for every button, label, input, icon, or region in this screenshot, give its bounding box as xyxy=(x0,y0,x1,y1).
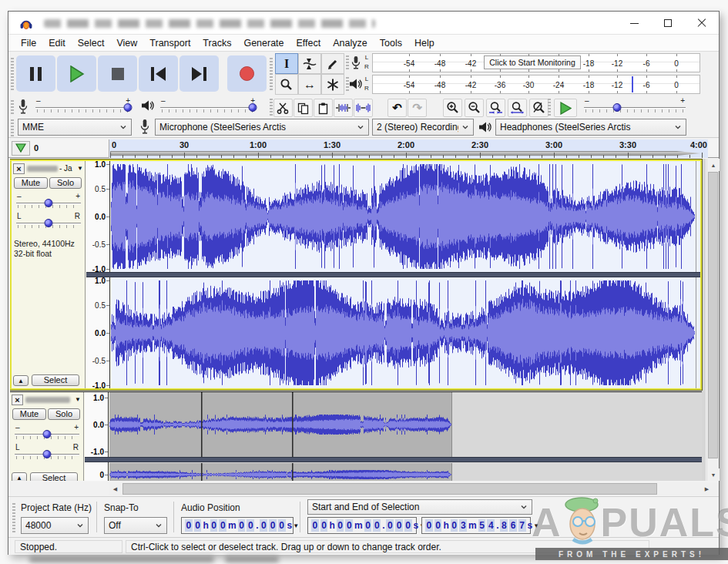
slider-thumb[interactable] xyxy=(613,103,622,112)
menu-select[interactable]: Select xyxy=(72,36,111,50)
fit-project-button[interactable] xyxy=(508,99,527,117)
maximize-button[interactable] xyxy=(651,12,685,35)
pan-slider[interactable]: L R xyxy=(14,444,80,462)
track-1[interactable]: × - Ja ▼ Mute Solo – + L R xyxy=(10,159,702,390)
select-track-button[interactable]: Select xyxy=(30,472,78,481)
toolbar-grip[interactable] xyxy=(270,58,273,90)
zoom-toggle-button[interactable] xyxy=(529,99,549,117)
collapse-track-button[interactable]: ▲ xyxy=(13,375,29,386)
silence-audio-button[interactable] xyxy=(354,99,373,117)
trim-audio-button[interactable] xyxy=(334,99,353,117)
minimize-button[interactable] xyxy=(617,12,651,35)
menu-tools[interactable]: Tools xyxy=(374,36,408,50)
play-region-bar[interactable] xyxy=(110,151,700,156)
scroll-up-button[interactable]: ▲ xyxy=(707,159,720,171)
copy-button[interactable] xyxy=(294,99,313,117)
zoom-tool-button[interactable] xyxy=(275,74,298,95)
scroll-left-button[interactable]: ◀ xyxy=(109,482,122,495)
recording-volume-slider[interactable]: – + xyxy=(35,97,132,116)
cut-button[interactable] xyxy=(273,99,293,117)
undo-button[interactable]: ↶ xyxy=(387,99,407,117)
mute-button[interactable]: Mute xyxy=(14,177,48,189)
pause-button[interactable] xyxy=(16,55,55,92)
slider-thumb[interactable] xyxy=(45,199,53,207)
play-speed-slider[interactable]: – + xyxy=(583,97,686,116)
fit-selection-button[interactable] xyxy=(486,99,505,117)
playback-volume-slider[interactable]: – + xyxy=(159,97,257,116)
channel-divider[interactable] xyxy=(86,272,700,277)
audio-position-field[interactable]: 00h00m00.000s▼ xyxy=(181,517,294,534)
recording-channels-select[interactable]: 2 (Stereo) Recording Cha xyxy=(372,119,474,136)
selection-mode-select[interactable]: Start and End of Selection xyxy=(307,499,532,515)
slider-thumb[interactable] xyxy=(45,219,53,227)
time-shift-tool-button[interactable]: ↔ xyxy=(298,74,321,95)
vertical-scroll-thumb[interactable] xyxy=(708,172,718,458)
menu-tracks[interactable]: Tracks xyxy=(196,36,237,50)
track-1-name-redacted[interactable] xyxy=(27,166,58,172)
menu-effect[interactable]: Effect xyxy=(290,36,327,50)
close-track-button[interactable]: × xyxy=(12,394,23,405)
track-2-name-redacted[interactable] xyxy=(25,397,70,403)
scroll-down-button[interactable]: ▼ xyxy=(707,468,720,481)
menu-help[interactable]: Help xyxy=(408,36,441,50)
paste-button[interactable] xyxy=(314,99,333,117)
timefield-dropdown-icon[interactable]: ▼ xyxy=(533,522,539,529)
mute-button[interactable]: Mute xyxy=(12,408,46,420)
multi-tool-button[interactable] xyxy=(321,74,344,95)
toolbar-grip[interactable] xyxy=(12,503,15,532)
track-2[interactable]: × ▼ Mute Solo – + L R xyxy=(10,391,702,481)
draw-tool-button[interactable] xyxy=(321,53,344,74)
slider-thumb[interactable] xyxy=(123,103,132,112)
zoom-in-button[interactable] xyxy=(443,99,462,117)
menu-file[interactable]: File xyxy=(15,36,42,50)
playback-device-select[interactable]: Headphones (SteelSeries Arctis xyxy=(495,119,686,136)
close-track-button[interactable]: × xyxy=(13,163,25,174)
skip-to-end-button[interactable] xyxy=(179,55,219,92)
project-rate-select[interactable]: 48000 xyxy=(21,517,89,534)
timefield-dropdown-icon[interactable]: ▼ xyxy=(293,522,299,529)
waveform-canvas-track1-right[interactable] xyxy=(111,277,701,388)
selection-end-field[interactable]: 00h03m54.867s▼ xyxy=(421,517,531,534)
waveform-canvas-track2-left[interactable] xyxy=(109,392,699,457)
recording-device-select[interactable]: Microphone (SteelSeries Arctis xyxy=(155,119,369,136)
track-menu-arrow-icon[interactable]: ▼ xyxy=(77,165,83,172)
track-menu-arrow-icon[interactable]: ▼ xyxy=(75,396,81,403)
playback-meter-scale[interactable]: -54-48-42-36-30-24-18-12-60 xyxy=(372,75,700,94)
track-2-control-panel[interactable]: × ▼ Mute Solo – + L R xyxy=(10,392,84,481)
solo-button[interactable]: Solo xyxy=(48,408,80,420)
toolbar-grip[interactable] xyxy=(11,119,14,136)
horizontal-scrollbar[interactable]: ◀ ▶ xyxy=(10,482,719,495)
track-1-name-suffix[interactable]: - Ja xyxy=(59,164,72,173)
gain-slider[interactable]: – + xyxy=(15,193,82,211)
zoom-out-button[interactable] xyxy=(465,99,484,117)
play-button[interactable] xyxy=(57,55,96,92)
timeline-ruler[interactable]: 0301:001:302:002:303:003:304:00 xyxy=(109,139,708,158)
track-1-control-panel[interactable]: × - Ja ▼ Mute Solo – + L R xyxy=(12,161,86,388)
audio-host-select[interactable]: MME xyxy=(18,119,132,136)
menu-edit[interactable]: Edit xyxy=(42,36,72,50)
toolbar-grip[interactable] xyxy=(11,100,14,116)
collapse-track-button[interactable]: ▲ xyxy=(12,472,27,481)
pan-slider[interactable]: L R xyxy=(15,213,82,231)
selection-tool-button[interactable]: I xyxy=(275,53,298,74)
skip-to-start-button[interactable] xyxy=(139,55,178,92)
scroll-right-button[interactable]: ▶ xyxy=(700,482,713,495)
slider-thumb[interactable] xyxy=(248,103,257,112)
play-at-speed-button[interactable] xyxy=(554,99,577,117)
title-bar[interactable] xyxy=(8,12,719,35)
waveform-canvas-track1-left[interactable] xyxy=(111,161,701,272)
vertical-scrollbar[interactable]: ▲ ▼ xyxy=(706,159,719,481)
snap-to-select[interactable]: Off xyxy=(104,517,167,534)
toolbar-grip[interactable] xyxy=(346,55,349,71)
menu-view[interactable]: View xyxy=(110,36,143,50)
select-track-button[interactable]: Select xyxy=(32,374,79,386)
slider-thumb[interactable] xyxy=(43,430,52,438)
menu-generate[interactable]: Generate xyxy=(237,36,290,50)
record-button[interactable] xyxy=(227,55,267,92)
recording-meter[interactable]: LR Click to Start Monitoring -54-48-42-1… xyxy=(346,52,702,73)
track-2-wave-area[interactable] xyxy=(109,392,702,481)
slider-thumb[interactable] xyxy=(43,450,52,458)
close-button[interactable] xyxy=(685,12,719,35)
playback-meter[interactable]: LR -54-48-42-36-30-24-18-12-60 xyxy=(346,74,702,95)
menu-transport[interactable]: Transport xyxy=(143,36,196,50)
